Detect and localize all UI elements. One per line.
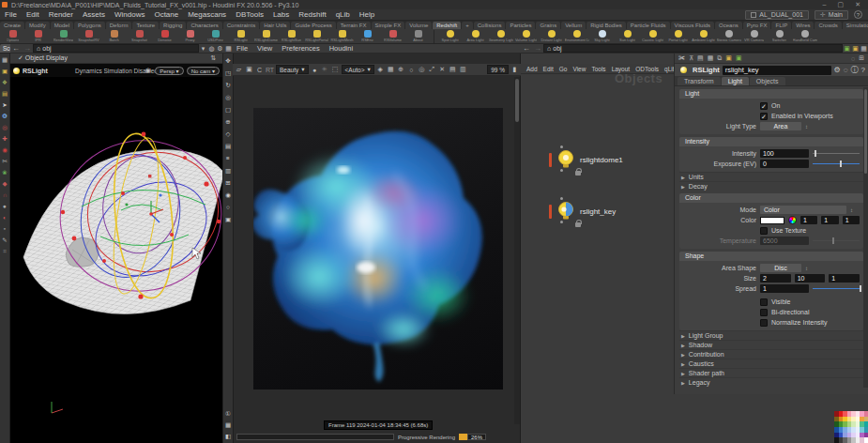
grid-icon[interactable]: ▦ bbox=[860, 44, 868, 53]
shelf-tool-button[interactable]: RSVolume bbox=[380, 29, 405, 42]
section-shader-path[interactable]: ▶Shader path bbox=[679, 368, 863, 377]
compare-a-icon[interactable]: ▤ bbox=[449, 66, 457, 74]
normalize-intensity-checkbox[interactable] bbox=[760, 319, 768, 327]
tool-icon[interactable]: ✎ bbox=[1, 236, 9, 244]
layout-b-icon[interactable]: ▣ bbox=[736, 54, 742, 62]
help-icon[interactable]: ? bbox=[861, 66, 865, 74]
shelf-tab[interactable]: Grains bbox=[536, 22, 560, 29]
maximize-button[interactable]: ▢ bbox=[838, 1, 845, 8]
node-display-flag[interactable] bbox=[549, 205, 552, 219]
shelf-tab[interactable]: Vellum bbox=[561, 22, 586, 29]
viewport-tool-icon[interactable]: ✥ bbox=[224, 56, 233, 65]
shelf-tool-button[interactable]: Options bbox=[0, 29, 25, 42]
viewport-tool-icon[interactable]: ◉ bbox=[224, 191, 233, 199]
shelf-tool-button[interactable]: Handheld Camera bbox=[792, 29, 817, 42]
spread-field[interactable]: 1 bbox=[760, 284, 809, 293]
close-button[interactable]: ✕ bbox=[855, 1, 860, 8]
on-checkbox[interactable] bbox=[760, 102, 768, 110]
shelf-tool-button[interactable]: USDPrev bbox=[203, 29, 228, 42]
viewport-tool-icon[interactable]: ⊕ bbox=[224, 117, 233, 126]
viewport-tool-icon[interactable]: ◳ bbox=[224, 69, 233, 77]
shelf-tab[interactable]: FLIP bbox=[771, 22, 791, 29]
shelf-tool-button[interactable]: Batch bbox=[101, 29, 127, 42]
menu-item[interactable]: Octane bbox=[149, 10, 183, 19]
circle-icon[interactable]: ○ bbox=[407, 66, 416, 74]
menu-item[interactable]: Go bbox=[556, 66, 571, 72]
node-display-flag[interactable] bbox=[549, 153, 552, 167]
shelf-tab[interactable]: Simple FX bbox=[372, 22, 405, 29]
shelf-tab[interactable]: Pyro FX bbox=[743, 22, 771, 29]
shelf-tool-button[interactable]: RSLightDome bbox=[253, 29, 279, 42]
node-input-dot[interactable] bbox=[560, 145, 563, 148]
crop-icon[interactable]: ⬚ bbox=[331, 66, 340, 74]
gear-icon[interactable]: ⚙ bbox=[834, 66, 841, 74]
parameter-tab[interactable]: Light bbox=[722, 77, 749, 85]
compare-b-icon[interactable]: ▥ bbox=[459, 66, 467, 74]
node-rslight-key[interactable]: rslight_key bbox=[549, 202, 616, 221]
shelf-tool-button[interactable]: Sky Light bbox=[589, 29, 615, 42]
spinner-icon[interactable]: ↕ bbox=[805, 124, 808, 130]
shelf-tab[interactable]: Collisions bbox=[474, 22, 506, 29]
back-arrow-icon[interactable]: ← bbox=[10, 44, 22, 53]
shelf-tab[interactable]: Particles bbox=[506, 22, 535, 29]
object-display-toggle[interactable]: ✓ Object Display bbox=[10, 54, 68, 62]
menu-item[interactable]: Labs bbox=[268, 10, 294, 19]
visible-checkbox[interactable] bbox=[760, 298, 768, 306]
shelf-tool-button[interactable]: RenderView bbox=[51, 29, 76, 42]
viewport-tool-icon[interactable]: ◇ bbox=[224, 130, 233, 138]
size-z-field[interactable]: 1 bbox=[829, 274, 860, 283]
shelf-tool-button[interactable]: RSLightPortal bbox=[304, 29, 329, 42]
tool-icon[interactable]: ● bbox=[1, 202, 9, 210]
snapshot-green-icon[interactable]: ▣ bbox=[843, 44, 851, 53]
menu-item[interactable]: File bbox=[0, 10, 22, 19]
table-icon[interactable]: ⊞ bbox=[859, 54, 864, 62]
parameter-tab[interactable]: Transform bbox=[678, 77, 721, 85]
node-rslightdome[interactable]: rslightdome1 bbox=[549, 150, 623, 169]
color-mode-dropdown[interactable]: Color bbox=[760, 206, 846, 214]
pixel-probe-icon[interactable]: ▮ bbox=[510, 66, 519, 74]
menu-item[interactable]: DBTools bbox=[231, 10, 268, 19]
menu-item[interactable]: Add bbox=[524, 66, 541, 72]
viewport-tool-icon[interactable]: ≡ bbox=[224, 154, 233, 162]
refresh-icon[interactable]: C bbox=[255, 66, 264, 74]
shelf-tab[interactable]: Rigid Bodies bbox=[586, 22, 626, 29]
shelf-tool-button[interactable]: RSEnv bbox=[355, 29, 380, 42]
viewport-tool-icon[interactable]: ▦ bbox=[224, 420, 233, 429]
camera-selector[interactable]: No cam ▾ bbox=[187, 67, 220, 75]
tool-icon[interactable]: ◐ bbox=[1, 213, 9, 222]
section-shadow[interactable]: ▶Shadow bbox=[679, 340, 863, 349]
shelf-tab[interactable]: Oceans bbox=[715, 22, 742, 29]
intensity-field[interactable]: 100 bbox=[760, 149, 809, 158]
shelf-tool-button[interactable]: Distant Light bbox=[539, 29, 564, 42]
forward-arrow-icon[interactable]: → bbox=[22, 44, 33, 53]
minimize-button[interactable]: – bbox=[823, 1, 827, 8]
menu-item[interactable]: Tools bbox=[588, 66, 608, 72]
menu-item[interactable]: Megascans bbox=[183, 10, 231, 19]
tool-icon[interactable]: ▪ bbox=[1, 224, 9, 233]
tool-icon[interactable]: ◆ bbox=[1, 179, 9, 188]
forward-arrow-icon[interactable]: → bbox=[532, 44, 543, 53]
wrench-icon[interactable]: ✀ bbox=[678, 54, 685, 62]
temperature-field[interactable]: 6500 bbox=[760, 237, 809, 245]
tool-icon[interactable]: ◉ bbox=[1, 145, 9, 154]
bidirectional-checkbox[interactable] bbox=[760, 309, 768, 316]
lock-icon[interactable]: ◈ bbox=[376, 66, 385, 74]
light-type-dropdown[interactable]: Area bbox=[760, 122, 801, 130]
exposure-field[interactable]: 0 bbox=[760, 160, 809, 168]
close-region-icon[interactable]: ✕ bbox=[438, 66, 447, 74]
tool-icon[interactable]: ⌗ bbox=[1, 247, 9, 255]
section-light-group[interactable]: ▶Light Group bbox=[679, 330, 863, 340]
viewport-tool-icon[interactable]: ▤ bbox=[224, 142, 233, 150]
size-y-field[interactable]: 10 bbox=[795, 274, 826, 283]
save-snapshot-icon[interactable]: ▣ bbox=[245, 66, 253, 74]
shelf-tab[interactable]: Create bbox=[0, 22, 24, 29]
shelf-tab[interactable]: Simulation bbox=[843, 22, 868, 29]
scene-viewport[interactable] bbox=[10, 64, 222, 443]
shelf-tool-button[interactable]: Stereo Camera bbox=[716, 29, 741, 42]
section-legacy[interactable]: ▶Legacy bbox=[679, 377, 863, 387]
shelf-tool-button[interactable]: Switcher bbox=[767, 29, 792, 42]
layout-a-icon[interactable]: ▣ bbox=[725, 54, 732, 62]
resolution-selector[interactable]: <Auto>▾ bbox=[342, 65, 374, 74]
parameter-scrollbar[interactable] bbox=[863, 87, 868, 388]
shelf-tool-button[interactable]: Geometry Light bbox=[488, 29, 513, 42]
